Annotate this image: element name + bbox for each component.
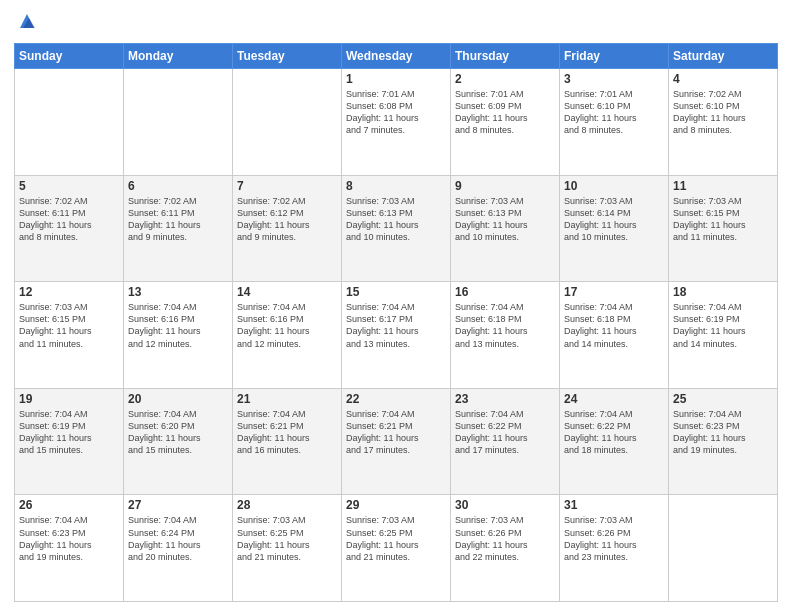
weekday-header: Thursday xyxy=(451,44,560,69)
calendar-cell: 3Sunrise: 7:01 AMSunset: 6:10 PMDaylight… xyxy=(560,69,669,176)
day-number: 21 xyxy=(237,392,337,406)
weekday-header: Sunday xyxy=(15,44,124,69)
calendar-week-row: 19Sunrise: 7:04 AMSunset: 6:19 PMDayligh… xyxy=(15,388,778,495)
day-number: 31 xyxy=(564,498,664,512)
day-info: Sunrise: 7:04 AMSunset: 6:23 PMDaylight:… xyxy=(673,408,773,457)
day-number: 26 xyxy=(19,498,119,512)
day-info: Sunrise: 7:02 AMSunset: 6:10 PMDaylight:… xyxy=(673,88,773,137)
day-info: Sunrise: 7:04 AMSunset: 6:22 PMDaylight:… xyxy=(564,408,664,457)
calendar-table: SundayMondayTuesdayWednesdayThursdayFrid… xyxy=(14,43,778,602)
day-number: 30 xyxy=(455,498,555,512)
calendar-cell: 9Sunrise: 7:03 AMSunset: 6:13 PMDaylight… xyxy=(451,175,560,282)
day-info: Sunrise: 7:03 AMSunset: 6:13 PMDaylight:… xyxy=(455,195,555,244)
weekday-header: Wednesday xyxy=(342,44,451,69)
day-number: 6 xyxy=(128,179,228,193)
day-number: 8 xyxy=(346,179,446,193)
weekday-header: Tuesday xyxy=(233,44,342,69)
day-number: 24 xyxy=(564,392,664,406)
day-number: 11 xyxy=(673,179,773,193)
calendar-cell: 11Sunrise: 7:03 AMSunset: 6:15 PMDayligh… xyxy=(669,175,778,282)
day-info: Sunrise: 7:03 AMSunset: 6:15 PMDaylight:… xyxy=(673,195,773,244)
day-number: 3 xyxy=(564,72,664,86)
calendar-cell: 6Sunrise: 7:02 AMSunset: 6:11 PMDaylight… xyxy=(124,175,233,282)
calendar-cell: 19Sunrise: 7:04 AMSunset: 6:19 PMDayligh… xyxy=(15,388,124,495)
calendar-cell: 21Sunrise: 7:04 AMSunset: 6:21 PMDayligh… xyxy=(233,388,342,495)
day-info: Sunrise: 7:02 AMSunset: 6:11 PMDaylight:… xyxy=(128,195,228,244)
weekday-header: Friday xyxy=(560,44,669,69)
day-number: 29 xyxy=(346,498,446,512)
calendar-cell: 30Sunrise: 7:03 AMSunset: 6:26 PMDayligh… xyxy=(451,495,560,602)
calendar-cell: 25Sunrise: 7:04 AMSunset: 6:23 PMDayligh… xyxy=(669,388,778,495)
day-info: Sunrise: 7:04 AMSunset: 6:16 PMDaylight:… xyxy=(237,301,337,350)
day-number: 19 xyxy=(19,392,119,406)
day-number: 9 xyxy=(455,179,555,193)
day-info: Sunrise: 7:04 AMSunset: 6:18 PMDaylight:… xyxy=(455,301,555,350)
day-number: 18 xyxy=(673,285,773,299)
header xyxy=(14,10,778,37)
day-info: Sunrise: 7:03 AMSunset: 6:26 PMDaylight:… xyxy=(564,514,664,563)
day-number: 22 xyxy=(346,392,446,406)
day-number: 25 xyxy=(673,392,773,406)
day-info: Sunrise: 7:04 AMSunset: 6:18 PMDaylight:… xyxy=(564,301,664,350)
day-info: Sunrise: 7:03 AMSunset: 6:14 PMDaylight:… xyxy=(564,195,664,244)
day-info: Sunrise: 7:02 AMSunset: 6:12 PMDaylight:… xyxy=(237,195,337,244)
calendar-cell xyxy=(15,69,124,176)
day-number: 16 xyxy=(455,285,555,299)
calendar-cell: 10Sunrise: 7:03 AMSunset: 6:14 PMDayligh… xyxy=(560,175,669,282)
day-number: 7 xyxy=(237,179,337,193)
day-number: 12 xyxy=(19,285,119,299)
calendar-cell: 31Sunrise: 7:03 AMSunset: 6:26 PMDayligh… xyxy=(560,495,669,602)
calendar-cell: 22Sunrise: 7:04 AMSunset: 6:21 PMDayligh… xyxy=(342,388,451,495)
day-info: Sunrise: 7:04 AMSunset: 6:17 PMDaylight:… xyxy=(346,301,446,350)
day-number: 14 xyxy=(237,285,337,299)
day-number: 2 xyxy=(455,72,555,86)
day-info: Sunrise: 7:04 AMSunset: 6:23 PMDaylight:… xyxy=(19,514,119,563)
day-info: Sunrise: 7:04 AMSunset: 6:19 PMDaylight:… xyxy=(19,408,119,457)
calendar-week-row: 12Sunrise: 7:03 AMSunset: 6:15 PMDayligh… xyxy=(15,282,778,389)
day-number: 15 xyxy=(346,285,446,299)
day-number: 28 xyxy=(237,498,337,512)
day-info: Sunrise: 7:03 AMSunset: 6:25 PMDaylight:… xyxy=(346,514,446,563)
calendar-cell xyxy=(124,69,233,176)
calendar-cell: 5Sunrise: 7:02 AMSunset: 6:11 PMDaylight… xyxy=(15,175,124,282)
calendar-cell: 27Sunrise: 7:04 AMSunset: 6:24 PMDayligh… xyxy=(124,495,233,602)
day-number: 23 xyxy=(455,392,555,406)
calendar-cell: 28Sunrise: 7:03 AMSunset: 6:25 PMDayligh… xyxy=(233,495,342,602)
calendar-cell: 20Sunrise: 7:04 AMSunset: 6:20 PMDayligh… xyxy=(124,388,233,495)
day-info: Sunrise: 7:01 AMSunset: 6:09 PMDaylight:… xyxy=(455,88,555,137)
calendar-cell: 8Sunrise: 7:03 AMSunset: 6:13 PMDaylight… xyxy=(342,175,451,282)
header-row: SundayMondayTuesdayWednesdayThursdayFrid… xyxy=(15,44,778,69)
calendar-cell: 7Sunrise: 7:02 AMSunset: 6:12 PMDaylight… xyxy=(233,175,342,282)
day-info: Sunrise: 7:04 AMSunset: 6:16 PMDaylight:… xyxy=(128,301,228,350)
calendar-cell: 1Sunrise: 7:01 AMSunset: 6:08 PMDaylight… xyxy=(342,69,451,176)
day-info: Sunrise: 7:04 AMSunset: 6:24 PMDaylight:… xyxy=(128,514,228,563)
day-info: Sunrise: 7:04 AMSunset: 6:21 PMDaylight:… xyxy=(346,408,446,457)
calendar-cell: 24Sunrise: 7:04 AMSunset: 6:22 PMDayligh… xyxy=(560,388,669,495)
day-number: 10 xyxy=(564,179,664,193)
calendar-cell: 4Sunrise: 7:02 AMSunset: 6:10 PMDaylight… xyxy=(669,69,778,176)
calendar-cell: 16Sunrise: 7:04 AMSunset: 6:18 PMDayligh… xyxy=(451,282,560,389)
day-number: 4 xyxy=(673,72,773,86)
day-number: 5 xyxy=(19,179,119,193)
day-info: Sunrise: 7:01 AMSunset: 6:08 PMDaylight:… xyxy=(346,88,446,137)
day-info: Sunrise: 7:03 AMSunset: 6:13 PMDaylight:… xyxy=(346,195,446,244)
calendar-cell: 17Sunrise: 7:04 AMSunset: 6:18 PMDayligh… xyxy=(560,282,669,389)
day-number: 17 xyxy=(564,285,664,299)
calendar-cell: 15Sunrise: 7:04 AMSunset: 6:17 PMDayligh… xyxy=(342,282,451,389)
calendar-cell: 18Sunrise: 7:04 AMSunset: 6:19 PMDayligh… xyxy=(669,282,778,389)
day-number: 27 xyxy=(128,498,228,512)
calendar-cell: 23Sunrise: 7:04 AMSunset: 6:22 PMDayligh… xyxy=(451,388,560,495)
calendar-cell: 29Sunrise: 7:03 AMSunset: 6:25 PMDayligh… xyxy=(342,495,451,602)
day-info: Sunrise: 7:04 AMSunset: 6:20 PMDaylight:… xyxy=(128,408,228,457)
page: SundayMondayTuesdayWednesdayThursdayFrid… xyxy=(0,0,792,612)
weekday-header: Saturday xyxy=(669,44,778,69)
day-info: Sunrise: 7:03 AMSunset: 6:15 PMDaylight:… xyxy=(19,301,119,350)
calendar-cell xyxy=(669,495,778,602)
day-number: 20 xyxy=(128,392,228,406)
day-info: Sunrise: 7:04 AMSunset: 6:21 PMDaylight:… xyxy=(237,408,337,457)
calendar-week-row: 5Sunrise: 7:02 AMSunset: 6:11 PMDaylight… xyxy=(15,175,778,282)
calendar-week-row: 1Sunrise: 7:01 AMSunset: 6:08 PMDaylight… xyxy=(15,69,778,176)
day-info: Sunrise: 7:02 AMSunset: 6:11 PMDaylight:… xyxy=(19,195,119,244)
calendar-cell: 14Sunrise: 7:04 AMSunset: 6:16 PMDayligh… xyxy=(233,282,342,389)
calendar-week-row: 26Sunrise: 7:04 AMSunset: 6:23 PMDayligh… xyxy=(15,495,778,602)
